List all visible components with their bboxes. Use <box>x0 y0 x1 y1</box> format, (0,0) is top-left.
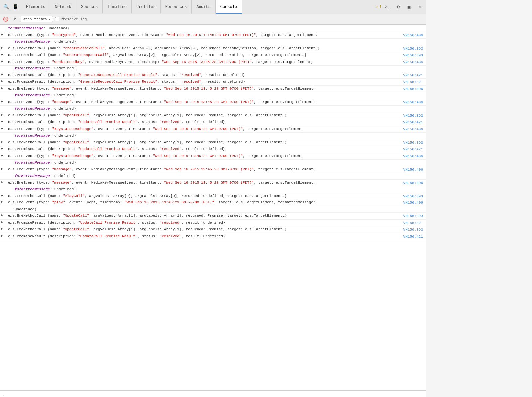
content-text: "UpdateCall" <box>63 227 89 231</box>
content-text: , event: MediaKeyMessageEvent, timeStamp… <box>71 100 164 104</box>
expand-arrow[interactable]: ▶ <box>0 180 7 185</box>
content-text: "GenerateRequestCall Promise Result" <box>78 73 157 77</box>
row-source[interactable]: VM156:406 <box>396 167 426 173</box>
row-source[interactable]: VM156:393 <box>396 52 426 58</box>
content-text: , status: <box>157 73 179 77</box>
row-content: e…s.EmeMethodCall {name: "UpdateCall", a… <box>7 213 396 219</box>
expand-arrow[interactable]: ▶ <box>0 52 7 57</box>
content-text: "resolved" <box>179 73 201 77</box>
row-source[interactable]: VM156:406 <box>396 32 426 38</box>
expand-arrow[interactable]: ▶ <box>0 119 7 124</box>
tab-elements[interactable]: Elements <box>21 0 50 14</box>
tab-sources[interactable]: Sources <box>76 0 103 14</box>
preserve-log-label[interactable]: Preserve log <box>55 17 87 21</box>
content-text: "UpdateCall Promise Result" <box>78 234 137 238</box>
row-source[interactable]: VM156:406 <box>396 153 426 159</box>
content-text: "Wed Sep 16 2015 13:45:28 GMT-0700 (PDT)… <box>164 100 254 104</box>
tab-resources[interactable]: Resources <box>161 0 192 14</box>
console-row: formattedMessage: undefined} <box>0 133 426 139</box>
console-input[interactable] <box>6 393 424 397</box>
row-source[interactable]: VM156:421 <box>396 79 426 85</box>
preserve-log-checkbox[interactable] <box>55 17 59 21</box>
expand-arrow[interactable]: ▶ <box>0 59 7 64</box>
content-text: "PlayCall" <box>63 194 85 198</box>
expand-arrow[interactable]: ▶ <box>0 213 7 218</box>
row-source[interactable]: VM156:393 <box>396 213 426 219</box>
console-row: ▶e…s.EmeEvent {type: "message", event: M… <box>0 86 426 93</box>
content-text: "keystatuseschange" <box>52 127 93 131</box>
expand-arrow[interactable]: ▶ <box>0 220 7 225</box>
content-text: formattedMessage <box>8 26 43 30</box>
row-source[interactable]: VM156:393 <box>396 113 426 119</box>
row-source[interactable]: VM156:406 <box>396 99 426 105</box>
row-source[interactable]: VM156:421 <box>396 146 426 152</box>
content-text: : undefined} <box>50 93 76 97</box>
row-source[interactable]: VM156:406 <box>396 86 426 92</box>
expand-arrow[interactable]: ▶ <box>0 99 7 104</box>
content-text: formattedMessage <box>15 187 50 191</box>
tab-network[interactable]: Network <box>50 0 76 14</box>
row-source[interactable]: VM156:406 <box>396 126 426 132</box>
content-text: e…s.PromiseResult <box>8 221 48 225</box>
filter-button[interactable]: ⊘ <box>11 16 19 23</box>
row-source[interactable]: VM156:421 <box>396 220 426 226</box>
expand-arrow[interactable]: ▶ <box>0 86 7 91</box>
tab-audits[interactable]: Audits <box>192 0 215 14</box>
row-content: formattedMessage: undefined} <box>13 93 426 98</box>
expand-arrow[interactable]: ▶ <box>0 46 7 51</box>
row-source[interactable]: VM156:406 <box>396 59 426 65</box>
tab-profiles[interactable]: Profiles <box>132 0 161 14</box>
expand-arrow[interactable]: ▶ <box>0 234 7 239</box>
dock-icon[interactable]: ▣ <box>404 2 414 12</box>
content-text: , event: MediaKeyEvent, timeStamp: <box>85 60 162 64</box>
expand-arrow[interactable]: ▶ <box>0 227 7 232</box>
row-source[interactable]: VM156:421 <box>396 234 426 240</box>
row-source[interactable]: VM156:393 <box>396 46 426 52</box>
tab-console[interactable]: Console <box>216 0 242 14</box>
inspect-icon[interactable]: 🔍 <box>1 2 11 12</box>
clear-console-button[interactable]: 🚫 <box>2 16 9 23</box>
expand-arrow[interactable]: ▶ <box>0 146 7 151</box>
expand-arrow[interactable]: ▶ <box>0 140 7 145</box>
content-text: e…s.PromiseResult <box>8 73 48 77</box>
expand-arrow <box>7 160 13 160</box>
row-source[interactable]: VM156:406 <box>396 200 426 206</box>
row-content: formattedMessage: undefined} <box>13 106 426 112</box>
expand-arrow[interactable]: ▶ <box>0 79 7 84</box>
content-text: , result: undefined} <box>201 73 245 77</box>
row-source[interactable]: VM156:406 <box>396 180 426 186</box>
content-text: {type: <box>37 181 52 185</box>
expand-arrow[interactable]: ▶ <box>0 32 7 37</box>
preserve-log-text: Preserve log <box>61 17 87 21</box>
content-text: "Wed Sep 16 2015 13:45:28 GMT-0700 (PDT)… <box>153 127 243 131</box>
expand-arrow[interactable]: ▶ <box>0 193 7 198</box>
row-source[interactable]: VM156:393 <box>396 193 426 199</box>
content-text: e…s.EmeMethodCall <box>8 46 48 50</box>
content-text: , target: e…s.TargetElement, <box>256 33 318 37</box>
row-content: e…s.PromiseResult {description: "Generat… <box>7 79 396 85</box>
expand-arrow[interactable]: ▶ <box>0 126 7 131</box>
frame-selector[interactable]: <top frame> ▾ <box>21 16 53 22</box>
console-row: ▶e…s.EmeMethodCall {name: "UpdateCall", … <box>0 139 426 146</box>
content-text: , target: e…s.TargetElement, <box>254 181 315 185</box>
device-icon[interactable]: 📱 <box>11 2 20 12</box>
expand-arrow[interactable]: ▶ <box>0 200 7 205</box>
content-text: "UpdateCall" <box>63 140 89 144</box>
tab-timeline[interactable]: Timeline <box>103 0 132 14</box>
row-source[interactable]: VM156:393 <box>396 227 426 233</box>
content-text: e…s.EmeEvent <box>8 33 37 37</box>
terminal-icon[interactable]: >_ <box>383 2 392 12</box>
content-text: "UpdateCall Promise Result" <box>78 221 137 225</box>
expand-arrow[interactable]: ▶ <box>0 72 7 77</box>
expand-arrow[interactable]: ▶ <box>0 153 7 158</box>
content-text: , target: e…s.TargetElement, <box>254 87 315 91</box>
content-text: : undefined} <box>50 66 76 70</box>
row-source[interactable]: VM156:393 <box>396 140 426 146</box>
close-icon[interactable]: ✕ <box>415 2 424 12</box>
expand-arrow[interactable]: ▶ <box>0 167 7 172</box>
expand-arrow[interactable]: ▶ <box>0 113 7 118</box>
row-source[interactable]: VM156:421 <box>396 72 426 78</box>
row-source[interactable]: VM156:421 <box>396 119 426 125</box>
content-text: {type: <box>37 60 52 64</box>
settings-icon[interactable]: ⚙ <box>394 2 403 12</box>
